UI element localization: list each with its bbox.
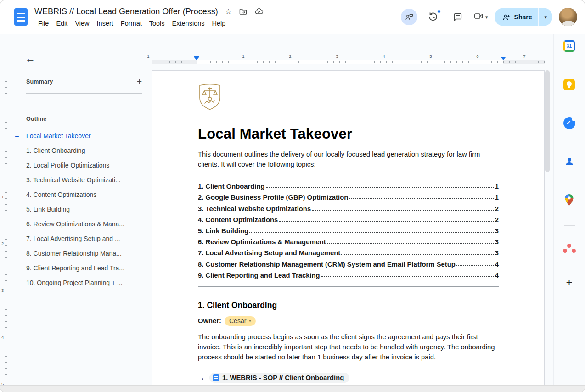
section-body-paragraph: The onboarding process begins as soon as… [198, 332, 499, 362]
ruler-number: 7 [523, 54, 525, 59]
history-notification-dot [437, 10, 441, 13]
toc-entry[interactable]: 2. Google Business Profile (GBP) Optimiz… [198, 190, 499, 201]
toc-dot-leader [312, 210, 494, 211]
toc-entry[interactable]: 9. Client Reporting and Lead Tracking 4 [198, 268, 499, 279]
app-window: WEBRIS // Local Lead Generation Offer (P… [0, 0, 585, 392]
outline-item[interactable]: 5. Link Building [10, 202, 148, 217]
cloud-saved-icon[interactable] [254, 7, 264, 16]
owner-dropdown-chip[interactable]: Cesar ▾ [225, 316, 256, 326]
arrow-bullet: → [198, 374, 205, 381]
share-button[interactable]: Share [495, 8, 539, 26]
toc-dot-leader [249, 232, 494, 233]
ruler-number: 5 [1, 381, 4, 386]
toc-entry[interactable]: 4. Content Optimizations 2 [198, 213, 499, 224]
outline-item[interactable]: 4. Content Optimizations [10, 187, 148, 202]
outline-item[interactable]: 6. Review Optimizations & Mana... [10, 217, 148, 231]
sop-link-chip[interactable]: 1. WEBRIS - SOP // Client Onboarding [209, 373, 349, 383]
summary-heading: Summary [26, 78, 53, 85]
outline-item[interactable]: 10. Ongoing Project Planning + ... [10, 275, 148, 290]
toc-entry[interactable]: 6. Review Optimizations & Management 3 [198, 235, 499, 246]
toc-dot-leader [456, 265, 494, 266]
outline-heading: Outline [26, 116, 148, 122]
menu-item[interactable]: Format [117, 19, 146, 28]
close-outline-icon[interactable]: ← [25, 53, 35, 65]
toc-entry[interactable]: 5. Link Building 3 [198, 224, 499, 235]
account-avatar[interactable] [559, 8, 577, 26]
google-maps-icon[interactable] [563, 194, 576, 207]
vertical-scrollbar-thumb[interactable] [545, 70, 550, 172]
ruler-number: 4 [382, 54, 385, 59]
law-firm-shield-logo [198, 83, 222, 111]
menu-item[interactable]: File [34, 19, 52, 28]
ruler-number: 2 [1, 241, 4, 246]
ruler-number: 3 [336, 54, 338, 59]
add-summary-icon[interactable]: + [137, 77, 142, 87]
outline-item[interactable]: 9. Client Reporting and Lead Tra... [10, 261, 148, 275]
owner-value: Cesar [229, 317, 246, 325]
document-canvas: 11234567 12345 ← Summary + Outline Local… [0, 34, 553, 385]
toc-dot-leader [321, 276, 494, 277]
ruler-number: 5 [429, 54, 432, 59]
ruler-number: 4 [1, 335, 4, 340]
ruler-number: 1 [242, 54, 244, 59]
outline-item[interactable]: Local Market Takeover [10, 129, 148, 143]
outline-item[interactable]: 8. Customer Relationship Mana... [10, 246, 148, 261]
share-button-label: Share [514, 13, 532, 21]
toc-entry[interactable]: 7. Local Advertising Setup and Managemen… [198, 246, 499, 257]
outline-panel: ← Summary + Outline Local Market Takeove… [10, 47, 148, 290]
meet-dropdown-caret-icon[interactable]: ▾ [485, 14, 488, 20]
horizontal-ruler[interactable]: 11234567 [152, 56, 545, 64]
docs-file-icon [213, 374, 219, 381]
google-docs-logo-icon[interactable] [14, 8, 28, 26]
toc-entry[interactable]: 8. Customer Relationship Management (CRM… [198, 257, 499, 268]
menu-item[interactable]: Edit [52, 19, 71, 28]
left-indent-marker[interactable] [194, 56, 199, 60]
vertical-ruler[interactable]: 12345 [0, 64, 9, 385]
meet-video-icon[interactable] [473, 11, 484, 23]
google-calendar-icon[interactable]: 31 [563, 39, 576, 52]
ruler-number: 2 [289, 54, 291, 59]
star-icon[interactable]: ☆ [225, 7, 232, 17]
google-contacts-icon[interactable] [563, 155, 576, 168]
doc-title-heading: Local Market Takeover [198, 126, 499, 142]
comments-icon[interactable] [449, 8, 467, 26]
titlebar: WEBRIS // Local Lead Generation Offer (P… [0, 0, 585, 34]
outline-item[interactable]: 7. Local Advertising Setup and ... [10, 231, 148, 246]
menubar: FileEditViewInsertFormatToolsExtensionsH… [34, 19, 264, 28]
outline-item[interactable]: 3. Technical Website Optimizati... [10, 173, 148, 187]
section-heading: 1. Client Onboarding [198, 301, 499, 310]
toc-dot-leader [327, 243, 494, 244]
right-indent-marker[interactable] [501, 57, 506, 60]
activity-dashboard-icon[interactable] [401, 9, 417, 25]
outline-list: Local Market Takeover1. Client Onboardin… [10, 129, 148, 290]
document-title[interactable]: WEBRIS // Local Lead Generation Offer (P… [34, 7, 218, 17]
document-page[interactable]: Local Market Takeover This document outl… [152, 70, 545, 385]
panel-divider [26, 93, 142, 94]
owner-label: Owner: [198, 317, 221, 325]
toc-dot-leader [349, 198, 494, 199]
panel-divider [564, 225, 575, 226]
asana-addon-icon[interactable] [563, 242, 576, 255]
menu-item[interactable]: Extensions [169, 19, 208, 28]
google-tasks-icon[interactable] [563, 117, 576, 129]
version-history-icon[interactable] [424, 8, 442, 26]
toc-entry[interactable]: 3. Technical Website Optimizations 2 [198, 201, 499, 212]
toc-dot-leader [266, 187, 494, 188]
outline-item[interactable]: 1. Client Onboarding [10, 143, 148, 158]
share-dropdown-caret[interactable]: ▾ [539, 8, 552, 26]
menu-item[interactable]: Help [208, 19, 230, 28]
menu-item[interactable]: Insert [93, 19, 117, 28]
toc-entry[interactable]: 1. Client Onboarding 1 [198, 179, 499, 190]
outline-item[interactable]: 2. Local Profile Optimizations [10, 158, 148, 173]
google-keep-icon[interactable] [563, 78, 576, 91]
ruler-number: 3 [1, 288, 4, 293]
doc-intro-paragraph: This document outlines the delivery of o… [198, 149, 499, 169]
person [503, 18, 507, 20]
menu-item[interactable]: View [71, 19, 93, 28]
get-addons-icon[interactable]: + [563, 276, 576, 289]
table-of-contents: 1. Client Onboarding 1 2. Google Busines… [198, 179, 499, 279]
menu-item[interactable]: Tools [146, 19, 169, 28]
companion-side-panel: 31 + [553, 34, 585, 385]
toc-dot-leader [279, 221, 493, 222]
move-folder-icon[interactable] [239, 7, 248, 16]
